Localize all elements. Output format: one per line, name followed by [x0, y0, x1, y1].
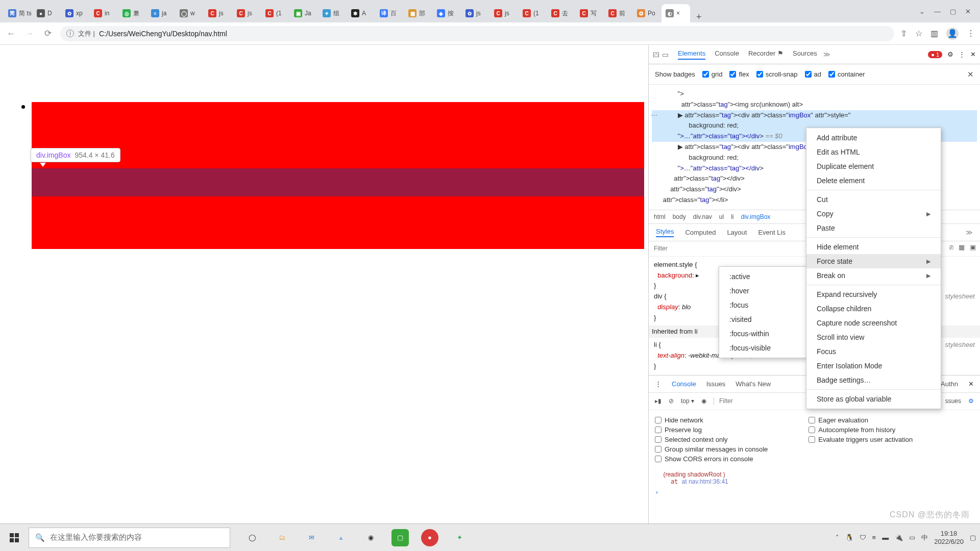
badge-checkbox[interactable]: container	[828, 70, 865, 78]
devtools-tab[interactable]: Elements	[678, 49, 705, 60]
taskbar-search[interactable]: 🔍 在这里输入你要搜索的内容	[29, 528, 230, 548]
new-tab-button[interactable]: +	[690, 12, 708, 22]
inspect-icon[interactable]: ⮹	[653, 51, 660, 59]
devtools-menu-icon[interactable]: ⋮	[959, 51, 965, 58]
context-menu-item[interactable]: Store as global variable	[806, 392, 941, 406]
browser-tab[interactable]: ◯w	[176, 4, 204, 22]
cls-icon[interactable]: ▦	[959, 243, 965, 251]
browser-tab[interactable]: ◆按	[433, 4, 461, 22]
browser-tab[interactable]: C前	[604, 4, 633, 22]
force-state-item[interactable]: :focus	[719, 298, 806, 312]
browser-tab[interactable]: ✿js	[461, 4, 490, 22]
device-toggle-icon[interactable]: ▭	[662, 51, 669, 59]
console-setting-checkbox[interactable]: Hide network	[655, 416, 768, 424]
app-green-icon[interactable]: ▢	[391, 529, 409, 546]
context-menu-item[interactable]: Delete element	[806, 173, 941, 188]
context-menu-item[interactable]: Focus	[806, 344, 941, 359]
styles-sub-tab[interactable]: Styles	[656, 228, 674, 237]
context-menu-item[interactable]: Duplicate element	[806, 159, 941, 173]
browser-tab[interactable]: Cjs	[233, 4, 261, 22]
drawer-tab[interactable]: What's New	[736, 380, 771, 388]
wechat-icon[interactable]: ✦	[451, 529, 468, 546]
browser-tab[interactable]: ◎兼	[118, 4, 147, 22]
browser-tab[interactable]: Cjs	[490, 4, 519, 22]
context-menu-item[interactable]: Scroll into view	[806, 330, 941, 344]
drawer-tab[interactable]: Issues	[706, 380, 726, 388]
force-state-item[interactable]: :active	[719, 269, 806, 284]
menu-icon[interactable]: ⋮	[967, 29, 975, 38]
new-rule-icon[interactable]: ▣	[970, 243, 976, 251]
badge-checkbox[interactable]: scroll-snap	[756, 70, 798, 78]
console-error-link[interactable]: at nav.html:36:41	[682, 478, 728, 485]
breadcrumb-item[interactable]: div.nav	[693, 213, 712, 220]
tray-app1-icon[interactable]: 🐧	[845, 534, 853, 541]
console-filter-input[interactable]	[714, 397, 770, 405]
devtools-tab[interactable]: Sources	[793, 49, 817, 60]
start-button[interactable]	[4, 528, 24, 548]
forward-button[interactable]: →	[23, 29, 36, 39]
browser-tab[interactable]: ✪Po	[633, 4, 662, 22]
console-setting-checkbox[interactable]: Preserve log	[655, 426, 768, 434]
styles-sub-tab[interactable]: Layout	[727, 229, 747, 236]
error-count-badge[interactable]: ● 1	[928, 51, 942, 58]
breadcrumb-item[interactable]: body	[673, 213, 686, 220]
back-button[interactable]: ←	[5, 29, 17, 39]
force-state-item[interactable]: :focus-visible	[719, 341, 806, 355]
bookmark-icon[interactable]: ☆	[915, 29, 922, 38]
styles-sub-tab[interactable]: Event Lis	[758, 229, 785, 236]
devtools-tab[interactable]: Console	[715, 49, 739, 60]
devtools-close-icon[interactable]: ✕	[970, 51, 976, 58]
context-menu-item[interactable]: Add attribute	[806, 131, 941, 145]
breadcrumb-item[interactable]: ul	[719, 213, 724, 220]
browser-tab[interactable]: Cin	[90, 4, 118, 22]
browser-tab[interactable]: 译百	[376, 4, 404, 22]
tray-app3-icon[interactable]: ≡	[872, 534, 876, 541]
gear-icon[interactable]: ⚙	[947, 51, 953, 58]
console-setting-checkbox[interactable]: Eager evaluation	[808, 416, 913, 424]
notifications-icon[interactable]: ▢	[970, 534, 976, 541]
console-gear-icon[interactable]: ⚙	[968, 397, 974, 405]
share-icon[interactable]: ⇧	[900, 29, 907, 38]
browser-tab[interactable]: ●D	[33, 4, 61, 22]
breadcrumb-item[interactable]: li	[731, 213, 733, 220]
hov-icon[interactable]: ⎚	[949, 243, 953, 251]
browser-tab[interactable]: ✿xp	[61, 4, 90, 22]
site-info-icon[interactable]: i	[66, 30, 74, 37]
context-menu-item[interactable]: Badge settings…	[806, 373, 941, 387]
drawer-tab[interactable]: Console	[672, 380, 696, 388]
tray-ime-icon[interactable]: 中	[921, 533, 928, 542]
browser-tab[interactable]: ✦组	[318, 4, 347, 22]
context-menu-item[interactable]: Paste	[806, 221, 941, 235]
context-menu-item[interactable]: Copy▶	[806, 207, 941, 221]
console-sidebar-icon[interactable]: ▸▮	[655, 397, 662, 405]
browser-tab-active[interactable]: ◐ ×	[662, 4, 690, 22]
taskbar-clock[interactable]: 19:18 2022/6/20	[934, 530, 964, 545]
console-prompt[interactable]: ›	[649, 487, 980, 497]
force-state-item[interactable]: :hover	[719, 284, 806, 298]
tray-chevron-icon[interactable]: ˄	[836, 534, 839, 541]
force-state-item[interactable]: :visited	[719, 312, 806, 327]
browser-tab[interactable]: C去	[547, 4, 576, 22]
tab-dropdown-icon[interactable]: ⌄	[919, 8, 925, 15]
drawer-menu-icon[interactable]: ⋮	[655, 380, 662, 388]
badges-close-icon[interactable]: ✕	[967, 70, 974, 79]
console-setting-checkbox[interactable]: Selected context only	[655, 436, 768, 443]
tray-app2-icon[interactable]: 🛡	[860, 534, 866, 541]
browser-tab[interactable]: ▦部	[404, 4, 433, 22]
live-expression-icon[interactable]: ◉	[701, 397, 706, 405]
clear-console-icon[interactable]: ⊘	[669, 397, 674, 405]
system-tray[interactable]: ˄ 🐧 🛡 ≡ ▬ 🔌 ▭ 中 19:18 2022/6/20 ▢	[836, 530, 976, 545]
console-context-select[interactable]: top ▾	[681, 397, 694, 405]
browser-tab[interactable]: ≡ja	[147, 4, 176, 22]
browser-tab[interactable]: C(1	[519, 4, 547, 22]
devtools-more-tabs[interactable]: ≫	[823, 51, 830, 58]
window-close-icon[interactable]: ✕	[965, 8, 971, 15]
reload-button[interactable]: ⟳	[42, 28, 54, 39]
browser-tab[interactable]: Cjs	[204, 4, 233, 22]
drawer-close-icon[interactable]: ✕	[968, 380, 974, 388]
browser-tab[interactable]: 简简 ts	[4, 4, 33, 22]
url-input[interactable]: i 文件 | C:/Users/WeiChengYu/Desktop/nav.h…	[60, 26, 894, 41]
context-menu-item[interactable]: Expand recursively	[806, 287, 941, 302]
drawer-issues-partial[interactable]: ssues	[945, 397, 961, 405]
console-setting-checkbox[interactable]: Show CORS errors in console	[655, 455, 768, 463]
